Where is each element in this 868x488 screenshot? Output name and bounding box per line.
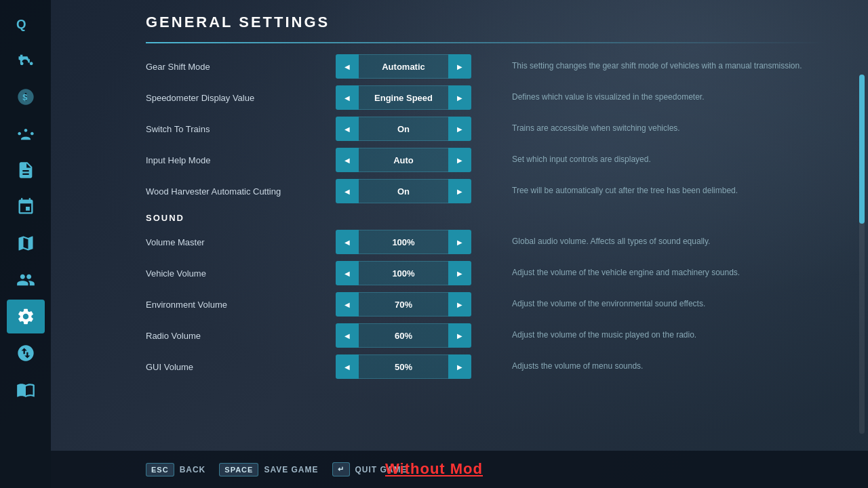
enter-key-badge: ↵ <box>332 462 350 476</box>
setting-label-environment-volume: Environment Volume <box>146 300 336 310</box>
main-content: GENERAL SETTINGS Gear Shift Mode Automat… <box>51 0 868 488</box>
sidebar-item-connections[interactable] <box>7 336 45 370</box>
setting-control-speedometer: Engine Speed <box>336 85 471 110</box>
sound-section-header: SOUND <box>146 206 827 227</box>
environment-volume-value: 70% <box>359 292 448 317</box>
volume-master-desc: Global audio volume. Affects all types o… <box>512 237 827 247</box>
setting-row-gear-shift: Gear Shift Mode Automatic This setting c… <box>146 52 827 81</box>
wood-harvester-desc: Tree will be automatically cut after the… <box>512 186 827 197</box>
vehicle-volume-desc: Adjust the volume of the vehicle engine … <box>512 268 827 279</box>
radio-volume-value: 60% <box>359 323 448 348</box>
wood-harvester-next-button[interactable] <box>448 179 471 203</box>
setting-row-speedometer: Speedometer Display Value Engine Speed D… <box>146 83 827 113</box>
speedometer-value: Engine Speed <box>359 85 448 110</box>
setting-row-wood-harvester: Wood Harvester Automatic Cutting On Tree… <box>146 176 827 206</box>
sidebar-item-multiplayer[interactable] <box>7 263 45 297</box>
arrow-left-icon <box>344 124 350 134</box>
svg-text:$: $ <box>22 92 27 102</box>
input-help-next-button[interactable] <box>448 148 471 172</box>
vehicle-volume-prev-button[interactable] <box>336 261 359 285</box>
setting-control-environment-volume: 70% <box>336 292 471 317</box>
setting-label-vehicle-volume: Vehicle Volume <box>146 268 336 279</box>
save-game-label: SAVE GAME <box>264 465 318 474</box>
sidebar-item-manual[interactable] <box>7 373 45 407</box>
esc-key-badge: ESC <box>146 463 174 476</box>
setting-control-radio-volume: 60% <box>336 323 471 348</box>
wood-harvester-prev-button[interactable] <box>336 179 359 203</box>
trains-prev-button[interactable] <box>336 117 359 141</box>
setting-row-volume-master: Volume Master 100% Global audio volume. … <box>146 227 827 257</box>
setting-label-input-help: Input Help Mode <box>146 155 336 165</box>
radio-volume-prev-button[interactable] <box>336 323 359 348</box>
setting-label-gear-shift: Gear Shift Mode <box>146 62 336 72</box>
arrow-right-icon <box>457 331 462 340</box>
setting-label-trains: Switch To Trains <box>146 124 336 134</box>
scrollbar-thumb[interactable] <box>859 75 865 224</box>
wood-harvester-value: On <box>359 179 448 203</box>
input-help-prev-button[interactable] <box>336 148 359 172</box>
sidebar-item-map[interactable] <box>7 226 45 260</box>
setting-control-wood-harvester: On <box>336 179 471 203</box>
arrow-left-icon <box>344 300 350 309</box>
setting-control-trains: On <box>336 117 471 141</box>
save-game-button[interactable]: SPACE SAVE GAME <box>219 463 318 476</box>
back-button[interactable]: ESC BACK <box>146 463 205 476</box>
sidebar-item-quest[interactable]: Q <box>7 7 45 41</box>
arrow-right-icon <box>457 268 462 278</box>
back-label: BACK <box>180 465 206 474</box>
svg-text:Q: Q <box>16 17 26 31</box>
environment-volume-prev-button[interactable] <box>336 292 359 317</box>
setting-row-radio-volume: Radio Volume 60% Adjust the volume of th… <box>146 321 827 350</box>
speedometer-next-button[interactable] <box>448 85 471 110</box>
setting-control-gear-shift: Automatic <box>336 54 471 79</box>
arrow-right-icon <box>457 300 462 309</box>
arrow-left-icon <box>344 237 350 247</box>
scrollbar-track <box>859 75 865 434</box>
setting-row-gui-volume: GUI Volume 50% Adjusts the volume of men… <box>146 352 827 382</box>
arrow-left-icon <box>344 331 350 340</box>
arrow-right-icon <box>457 186 462 196</box>
setting-label-volume-master: Volume Master <box>146 237 336 247</box>
setting-label-radio-volume: Radio Volume <box>146 331 336 341</box>
volume-master-prev-button[interactable] <box>336 230 359 254</box>
without-mod-label[interactable]: Without Mod <box>385 460 483 478</box>
gear-shift-desc: This setting changes the gear shift mode… <box>512 61 827 72</box>
volume-master-next-button[interactable] <box>448 230 471 254</box>
gui-volume-desc: Adjusts the volume of menu sounds. <box>512 361 827 372</box>
setting-label-speedometer: Speedometer Display Value <box>146 93 336 103</box>
speedometer-desc: Defines which value is visualized in the… <box>512 92 827 103</box>
radio-volume-next-button[interactable] <box>448 323 471 348</box>
environment-volume-desc: Adjust the volume of the environmental s… <box>512 299 827 310</box>
sidebar-item-settings[interactable] <box>7 300 45 333</box>
arrow-left-icon <box>344 362 350 371</box>
arrow-right-icon <box>457 362 462 371</box>
setting-label-gui-volume: GUI Volume <box>146 362 336 372</box>
setting-control-input-help: Auto <box>336 148 471 172</box>
setting-label-wood-harvester: Wood Harvester Automatic Cutting <box>146 186 336 197</box>
gear-shift-next-button[interactable] <box>448 54 471 79</box>
arrow-right-icon <box>457 237 462 247</box>
input-help-value: Auto <box>359 148 448 172</box>
sidebar-item-vehicle[interactable] <box>7 43 45 77</box>
arrow-right-icon <box>457 155 462 165</box>
setting-row-input-help: Input Help Mode Auto Set which input con… <box>146 145 827 175</box>
vehicle-volume-next-button[interactable] <box>448 261 471 285</box>
environment-volume-next-button[interactable] <box>448 292 471 317</box>
vehicle-volume-value: 100% <box>359 261 448 285</box>
general-settings-list: Gear Shift Mode Automatic This setting c… <box>146 52 827 206</box>
arrow-right-icon <box>457 62 462 71</box>
sidebar-item-production[interactable] <box>7 190 45 224</box>
sidebar-item-animals[interactable] <box>7 117 45 150</box>
trains-next-button[interactable] <box>448 117 471 141</box>
trains-value: On <box>359 117 448 141</box>
gui-volume-next-button[interactable] <box>448 354 471 379</box>
gui-volume-prev-button[interactable] <box>336 354 359 379</box>
content-area: GENERAL SETTINGS Gear Shift Mode Automat… <box>51 0 868 488</box>
speedometer-prev-button[interactable] <box>336 85 359 110</box>
sidebar-item-economy[interactable]: $ <box>7 80 45 114</box>
volume-master-value: 100% <box>359 230 448 254</box>
sidebar-item-contracts[interactable] <box>7 153 45 187</box>
gear-shift-prev-button[interactable] <box>336 54 359 79</box>
gear-shift-value: Automatic <box>359 54 448 79</box>
arrow-left-icon <box>344 93 350 102</box>
